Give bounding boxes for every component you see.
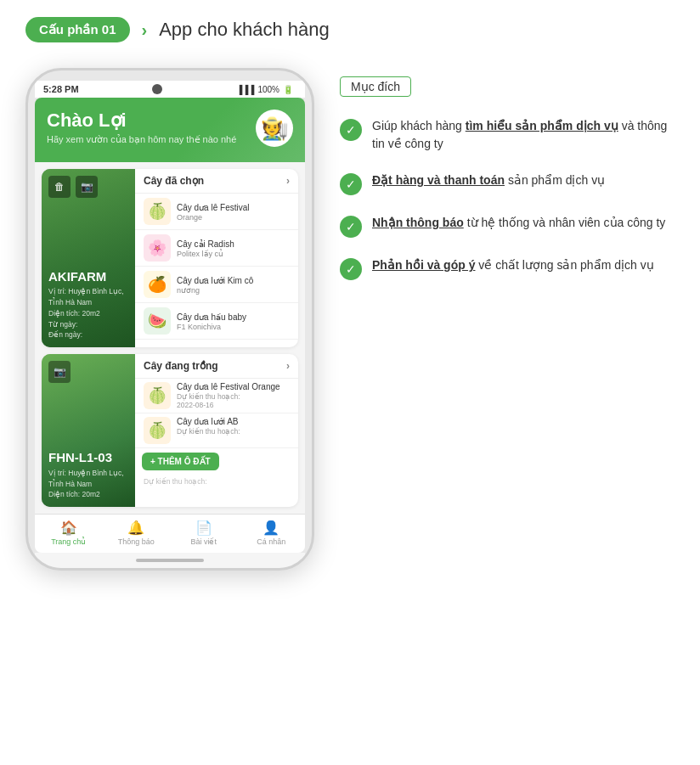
info-item-3: ✓ Nhận thông báo từ hệ thống và nhân viê…	[340, 214, 675, 238]
farm-card-2-right: Cây đang trồng › 🍈 Cây dưa lê Festival O…	[135, 354, 298, 507]
nav-articles[interactable]: 📄 Bài viết	[170, 520, 238, 546]
phone-bottom-bar	[35, 553, 305, 568]
farm-name-1: AKIFARM	[48, 270, 128, 284]
battery-text: 100%	[257, 85, 279, 94]
muc-dich-badge: Mục đích	[340, 76, 411, 97]
partial-plant-text: Dự kiến thu hoạch:	[135, 475, 298, 488]
plant-img-growing-2: 🍈	[144, 417, 171, 444]
farm-card-2[interactable]: 📷 FHN-L1-03 Vị trí: Huyện Bình Lục, Tỉnh…	[42, 354, 298, 507]
plant-sub: F1 Konichiva	[177, 323, 246, 331]
right-info-panel: Mục đích ✓ Giúp khách hàng tìm hiểu sản …	[340, 68, 675, 280]
info-text-4: Phản hồi và góp ý về chất lượng sản phẩm…	[372, 256, 654, 274]
growing-name-2: Cây dưa lưới AB	[177, 417, 240, 427]
plant-items-2: 🍈 Cây dưa lê Festival Orange Dự kiến thu…	[135, 379, 298, 507]
plant-img: 🍊	[144, 271, 171, 298]
plant-name: Cây dưa lưới Kim cô	[177, 275, 253, 286]
farm-icons: 🗑 📷	[48, 176, 98, 198]
bottom-nav: 🏠 Trang chủ 🔔 Thông báo 📄 Bài viết 👤 Cá …	[35, 514, 305, 553]
growing-name: Cây dưa lê Festival Orange	[177, 382, 280, 392]
nav-articles-label: Bài viết	[190, 537, 217, 546]
info-list: ✓ Giúp khách hàng tìm hiểu sản phẩm dịch…	[340, 117, 675, 280]
plant-list-chevron-2: ›	[286, 360, 290, 372]
battery-icon: 🔋	[283, 85, 293, 94]
farm-card-1-info: AKIFARM Vị trí: Huyện Bình Lục, Tỉnh Hà …	[48, 270, 128, 340]
plant-info: Cây cải Radish Politex lấy củ	[177, 239, 234, 258]
farm-name-2: FHN-L1-03	[48, 451, 128, 465]
trash-icon[interactable]: 🗑	[48, 176, 71, 198]
status-icons: ▐▐▐ 100% 🔋	[236, 85, 293, 94]
plant-name: Cây dưa lê Festival	[177, 202, 249, 213]
page-title: App cho khách hàng	[159, 19, 330, 41]
person-icon: 👤	[262, 520, 279, 536]
plant-list-chevron-1: ›	[286, 175, 290, 187]
info-text-3: Nhận thông báo từ hệ thống và nhân viên …	[372, 214, 665, 232]
avatar[interactable]: 🧑‍🌾	[256, 110, 293, 147]
plant-img-growing: 🍈	[144, 382, 171, 409]
plant-info: Cây dưa lê Festival Orange	[177, 202, 249, 222]
nav-notifications-label: Thông báo	[118, 537, 155, 546]
plant-info: Cây dưa hấu baby F1 Konichiva	[177, 312, 246, 331]
nav-home[interactable]: 🏠 Trang chủ	[35, 520, 103, 546]
greeting-text: Chào Lợi	[47, 110, 236, 132]
farm-details-1: Vị trí: Huyện Bình Lục, Tỉnh Hà Nam Diện…	[48, 286, 128, 340]
growing-date-label-2: Dự kiến thu hoạch:	[177, 427, 240, 436]
nav-notifications[interactable]: 🔔 Thông báo	[103, 520, 171, 546]
info-item-1: ✓ Giúp khách hàng tìm hiểu sản phẩm dịch…	[340, 117, 675, 153]
plant-items-1: 🍈 Cây dưa lê Festival Orange 🌸	[135, 194, 298, 347]
farm-card-1[interactable]: 🗑 📷 AKIFARM Vị trí: Huyện Bình Lục, Tỉnh…	[42, 169, 298, 347]
chevron-right-icon: ›	[142, 20, 148, 40]
check-icon-2: ✓	[340, 173, 362, 195]
add-dat-button[interactable]: + THÊM Ô ĐẤT	[142, 453, 219, 470]
growing-date: 2022-08-16	[177, 401, 280, 409]
plant-name: Cây dưa hấu baby	[177, 312, 246, 323]
plant-list-label-2: Cây đang trồng	[144, 360, 218, 372]
info-item-2: ✓ Đặt hàng và thanh toán sản phẩm dịch v…	[340, 172, 675, 195]
cau-phan-badge: Cấu phần 01	[25, 17, 130, 42]
plant-item[interactable]: 🍈 Cây dưa lê Festival Orange	[135, 194, 298, 230]
sub-greeting-text: Hãy xem vườn của bạn hôm nay thế nào nhé	[47, 134, 236, 145]
plant-list-header-2[interactable]: Cây đang trồng ›	[135, 354, 298, 379]
farms-container: 🗑 📷 AKIFARM Vị trí: Huyện Bình Lục, Tỉnh…	[35, 162, 305, 514]
plant-item[interactable]: 🍉 Cây dưa hấu baby F1 Konichiva	[135, 303, 298, 340]
plant-sub: Orange	[177, 213, 249, 222]
home-icon: 🏠	[60, 520, 77, 536]
nav-profile[interactable]: 👤 Cá nhân	[238, 520, 306, 546]
plant-img: 🍉	[144, 307, 171, 335]
growing-item-2[interactable]: 🍈 Cây dưa lưới AB Dự kiến thu hoạch:	[135, 413, 298, 448]
plant-img: 🍈	[144, 198, 171, 225]
check-icon-4: ✓	[340, 258, 362, 280]
signal-icon: ▐▐▐	[236, 85, 254, 94]
farm-card-1-body: 🗑 📷 AKIFARM Vị trí: Huyện Bình Lục, Tỉnh…	[42, 169, 298, 347]
plant-item[interactable]: 🌸 Cây cải Radish Politex lấy củ	[135, 230, 298, 267]
camera-dot	[152, 84, 162, 94]
plant-info: Cây dưa lưới Kim cô nương	[177, 275, 253, 295]
plant-list-label-1: Cây đã chọn	[144, 175, 204, 187]
farm-icons-2: 📷	[48, 361, 71, 383]
home-indicator	[136, 559, 204, 562]
camera-icon-2[interactable]: 📷	[48, 361, 71, 383]
farmer-avatar-icon: 🧑‍🌾	[261, 115, 288, 142]
info-text-1: Giúp khách hàng tìm hiểu sản phẩm dịch v…	[372, 117, 675, 153]
time-display: 5:28 PM	[43, 84, 79, 94]
article-icon: 📄	[195, 520, 212, 536]
nav-profile-label: Cá nhân	[257, 537, 285, 546]
growing-info-2: Cây dưa lưới AB Dự kiến thu hoạch:	[177, 417, 240, 436]
camera-icon[interactable]: 📷	[76, 176, 98, 198]
farm-card-2-info: FHN-L1-03 Vị trí: Huyện Bình Lục, Tỉnh H…	[48, 451, 128, 500]
main-layout: 5:28 PM ▐▐▐ 100% 🔋 Chào Lợi Hãy xem vườn…	[25, 68, 675, 571]
farm-card-1-right: Cây đã chọn › 🍈 Cây dưa lê Festival Oran…	[135, 169, 298, 347]
farm-card-1-left: 🗑 📷 AKIFARM Vị trí: Huyện Bình Lục, Tỉnh…	[42, 169, 135, 347]
plant-img: 🌸	[144, 234, 171, 262]
farm-card-2-body: 📷 FHN-L1-03 Vị trí: Huyện Bình Lục, Tỉnh…	[42, 354, 298, 507]
plant-list-header-1[interactable]: Cây đã chọn ›	[135, 169, 298, 194]
info-item-4: ✓ Phản hồi và góp ý về chất lượng sản ph…	[340, 256, 675, 280]
growing-date-label: Dự kiến thu hoạch:	[177, 392, 280, 401]
farm-details-2: Vị trí: Huyện Bình Lục, Tỉnh Hà Nam Diện…	[48, 468, 128, 500]
check-icon-3: ✓	[340, 216, 362, 238]
app-screen: Chào Lợi Hãy xem vườn của bạn hôm nay th…	[35, 98, 305, 553]
growing-item[interactable]: 🍈 Cây dưa lê Festival Orange Dự kiến thu…	[135, 379, 298, 413]
page-header: Cấu phần 01 › App cho khách hàng	[25, 17, 675, 42]
nav-home-label: Trang chủ	[51, 537, 86, 546]
plant-name: Cây cải Radish	[177, 239, 234, 250]
plant-item[interactable]: 🍊 Cây dưa lưới Kim cô nương	[135, 267, 298, 303]
